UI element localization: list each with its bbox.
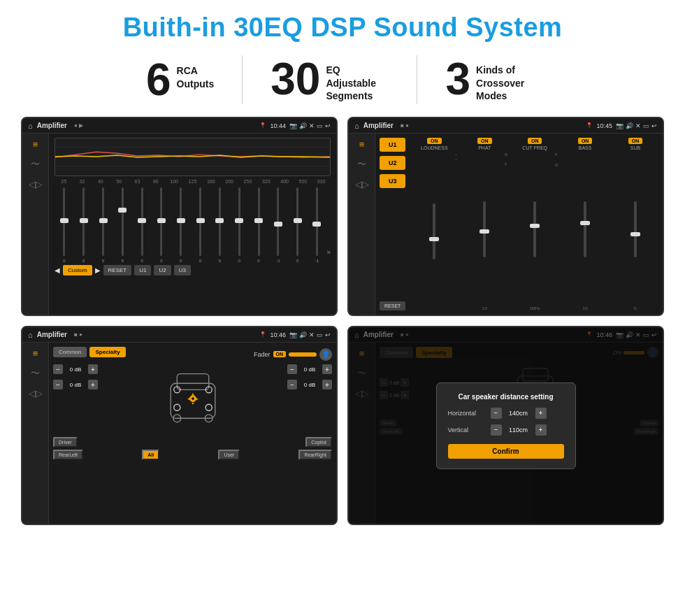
eq-slider-0[interactable]: 0 xyxy=(55,186,74,263)
eq-label-10: 250 xyxy=(238,179,257,184)
prev-arrow[interactable]: ◀ xyxy=(55,266,60,274)
eq-label-6: 100 xyxy=(165,179,183,184)
sidebar-eq-icon-2[interactable]: ≡ xyxy=(359,139,365,150)
eq-slider-7[interactable]: 0 xyxy=(191,186,210,263)
vol-minus-rb[interactable]: − xyxy=(287,380,297,389)
screen-eq: ⌂ Amplifier ● ▶ 📍 10:44 📷 🔊 ✕ ▭ ↩ xyxy=(21,117,338,316)
sidebar-wave-icon-2[interactable]: 〜 xyxy=(357,158,366,171)
reset-btn-2[interactable]: RESET xyxy=(380,301,405,310)
screen2-content: ≡ 〜 ◁▷ U1 U2 U3 RESET ON LO xyxy=(349,134,663,315)
amp-main: U1 U2 U3 RESET ON LOUDNESS ~~ xyxy=(375,134,663,315)
sub-slider[interactable] xyxy=(612,152,658,306)
sidebar-eq-icon-3[interactable]: ≡ xyxy=(33,348,38,359)
screen1-time: 10:44 xyxy=(270,122,286,129)
sub-on: ON xyxy=(628,138,643,144)
custom-btn[interactable]: Custom xyxy=(63,265,92,275)
sidebar-wave-icon[interactable]: 〜 xyxy=(31,158,40,171)
next-arrow[interactable]: ▶ xyxy=(95,266,101,274)
volume-icon-2: 🔊 xyxy=(626,122,633,129)
specialty-area: Common Specialty Fader ON 👤 xyxy=(49,343,336,524)
eq-label-14: 630 xyxy=(312,179,331,184)
vol-plus-rb[interactable]: + xyxy=(322,380,332,389)
eq-label-13: 500 xyxy=(294,179,312,184)
avatar-icon[interactable]: 👤 xyxy=(319,348,332,361)
horizontal-minus[interactable]: − xyxy=(491,408,502,419)
confirm-button[interactable]: Confirm xyxy=(448,444,564,459)
rearright-btn[interactable]: RearRight xyxy=(298,450,332,460)
eq-slider-8[interactable]: 0 xyxy=(210,186,230,263)
eq-label-2: 40 xyxy=(92,179,110,184)
sidebar-eq-icon[interactable]: ≡ xyxy=(33,139,38,150)
phat-col: ON PHAT GF 3.0 xyxy=(461,138,507,310)
all-btn[interactable]: All xyxy=(142,450,159,460)
sidebar-vol-icon[interactable]: ◁▷ xyxy=(29,179,43,189)
u1-btn-1[interactable]: U1 xyxy=(134,265,151,275)
time-area-1: 📍 10:44 📷 🔊 ✕ ▭ ↩ xyxy=(259,122,331,129)
vol-minus-rt[interactable]: − xyxy=(287,364,297,374)
svg-point-13 xyxy=(192,397,194,400)
eq-slider-5[interactable]: 0 xyxy=(152,186,171,263)
rearleft-btn[interactable]: RearLeft xyxy=(53,450,83,460)
home-icon-2[interactable]: ⌂ xyxy=(354,122,359,130)
dialog-overlay: Car speaker distance setting Horizontal … xyxy=(349,327,663,524)
time-area-3: 📍 10:46 📷 🔊 ✕ ▭ ↩ xyxy=(259,331,331,338)
u3-btn[interactable]: U3 xyxy=(380,174,405,188)
vol-row-right-bot: − 0 dB + xyxy=(287,380,332,389)
expand-icon[interactable]: » xyxy=(326,248,331,256)
home-icon-1[interactable]: ⌂ xyxy=(28,122,33,130)
sidebar-wave-icon-3[interactable]: 〜 xyxy=(31,367,40,380)
loudness-slider[interactable]: ~~ xyxy=(411,152,457,310)
vol-minus-lb[interactable]: − xyxy=(53,380,63,389)
reset-btn-1[interactable]: RESET xyxy=(103,265,132,275)
eq-slider-10[interactable]: 0 xyxy=(249,186,268,263)
u2-btn[interactable]: U2 xyxy=(380,156,405,170)
play-dot-1: ● ▶ xyxy=(74,122,83,129)
fader-slider[interactable] xyxy=(289,352,317,357)
eq-slider-2[interactable]: 0 xyxy=(94,186,113,263)
cutfreq-label: CUT FREQ xyxy=(522,145,547,150)
horizontal-value: 140cm xyxy=(505,410,533,417)
sidebar-vol-icon-3[interactable]: ◁▷ xyxy=(29,388,43,399)
eq-slider-13[interactable]: -1 xyxy=(308,186,327,263)
vol-value-lt: 0 dB xyxy=(66,366,85,373)
common-tab[interactable]: Common xyxy=(53,347,87,357)
eq-slider-9[interactable]: 0 xyxy=(229,186,249,263)
phat-on: ON xyxy=(477,138,492,144)
specialty-tab[interactable]: Specialty xyxy=(89,347,125,357)
u3-btn-1[interactable]: U3 xyxy=(174,265,191,275)
driver-btn[interactable]: Driver xyxy=(53,437,78,447)
u1-btn[interactable]: U1 xyxy=(380,138,405,152)
u2-btn-1[interactable]: U2 xyxy=(154,265,171,275)
vertical-minus[interactable]: − xyxy=(491,424,502,436)
horizontal-plus[interactable]: + xyxy=(535,408,547,419)
eq-slider-3[interactable]: 5 xyxy=(113,186,132,263)
vol-value-lb: 0 dB xyxy=(66,382,85,388)
dialog-box: Car speaker distance setting Horizontal … xyxy=(436,382,576,469)
vol-row-left-bot: − 0 dB + xyxy=(53,380,98,389)
user-btn[interactable]: User xyxy=(218,450,240,460)
copilot-btn[interactable]: Copilot xyxy=(305,437,332,447)
back-icon-1[interactable]: ↩ xyxy=(325,122,331,129)
eq-slider-1[interactable]: 0 xyxy=(74,186,94,263)
vol-plus-lt[interactable]: + xyxy=(88,364,98,374)
vertical-plus[interactable]: + xyxy=(535,424,547,436)
back-icon-2[interactable]: ↩ xyxy=(651,122,657,129)
vol-plus-rt[interactable]: + xyxy=(322,364,332,374)
vol-plus-lb[interactable]: + xyxy=(88,380,98,389)
eq-label-8: 160 xyxy=(202,179,220,184)
bass-slider[interactable] xyxy=(562,152,608,306)
loudness-label: LOUDNESS xyxy=(421,145,448,150)
eq-slider-11[interactable]: -1 xyxy=(268,186,288,263)
cutfreq-slider[interactable]: FG xyxy=(512,152,558,306)
eq-slider-4[interactable]: 0 xyxy=(132,186,152,263)
back-icon-3[interactable]: ↩ xyxy=(325,331,331,338)
home-icon-3[interactable]: ⌂ xyxy=(28,331,33,339)
bass-col: ON BASS 3.0 xyxy=(562,138,608,310)
screen-amp: ⌂ Amplifier ■ ● 📍 10:45 📷 🔊 ✕ ▭ ↩ xyxy=(347,117,664,316)
eq-slider-12[interactable]: 0 xyxy=(288,186,308,263)
eq-slider-6[interactable]: 0 xyxy=(171,186,191,263)
sidebar-vol-icon-2[interactable]: ◁▷ xyxy=(355,179,369,189)
phat-slider[interactable]: GF xyxy=(461,152,507,306)
svg-point-10 xyxy=(173,404,180,410)
vol-minus-lt[interactable]: − xyxy=(53,364,63,374)
